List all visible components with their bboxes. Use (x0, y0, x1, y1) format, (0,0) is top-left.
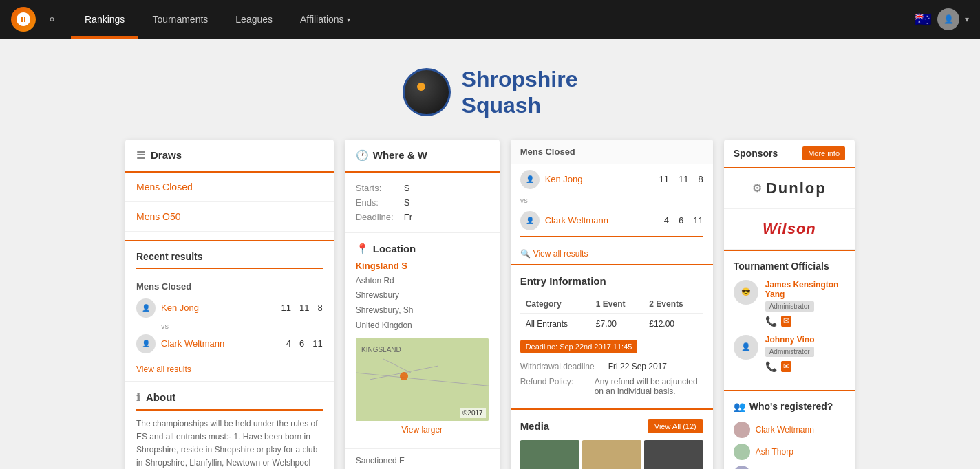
ends-row: Ends: S (356, 195, 489, 210)
squash-ball-icon (403, 68, 451, 116)
officials-section: Tournament Officials 😎 James Kensington … (724, 250, 855, 390)
navbar: ⚬ Rankings Tournaments Leagues Affiliati… (0, 0, 980, 39)
official2-actions: 📞 ✉ (765, 361, 815, 372)
location-title: 📍 Location (356, 243, 489, 255)
map-preview[interactable]: KINGSLAND ©2017 (356, 338, 489, 421)
match-player1-row: 👤 Ken Jong 11 11 8 (511, 164, 713, 195)
media-thumb-1[interactable] (520, 440, 579, 469)
location-venue-name[interactable]: Kingsland S (356, 261, 489, 271)
reg-avatar-2 (734, 444, 750, 460)
draw-item-mens-o50[interactable]: Mens O50 (125, 202, 334, 232)
about-section: ℹ About The championships will be held u… (125, 381, 334, 469)
reg-avatar-3 (734, 466, 750, 469)
media-section: Media View All (12) (511, 408, 713, 469)
view-larger-link[interactable]: View larger (356, 421, 489, 439)
dunlop-brand: Dunlop (766, 179, 827, 197)
main-content: Shropshire Squash ☰ Draws Mens Closed Me… (0, 39, 980, 469)
player1-avatar: 👤 (136, 298, 156, 318)
logo-icon[interactable] (11, 7, 36, 32)
group-icon: 👥 (734, 401, 745, 412)
wilson-brand: Wilson (763, 220, 816, 238)
location-address: Ashton Rd Shrewsbury Shrewsbury, Sh Unit… (356, 274, 489, 333)
match-player2-row: 👤 Clark Weltmann 4 6 11 (511, 206, 713, 236)
draw-item-mens-closed[interactable]: Mens Closed (125, 173, 334, 202)
official1-role: Administrator (765, 301, 814, 312)
view-all-results-btn[interactable]: 🔍 View all results (511, 243, 713, 264)
dunlop-logo: ⚙ Dunlop (724, 168, 855, 209)
sanctioned-section: Sanctioned E (345, 448, 500, 469)
card-middle: 🕐 Where & W Starts: S Ends: S Deadline: (345, 140, 500, 469)
col-2events: 2 Events (643, 295, 703, 314)
nav-item-leagues[interactable]: Leagues (222, 0, 286, 39)
about-text: The championships will be held under the… (136, 417, 323, 469)
clock-icon: 🕐 (356, 149, 369, 162)
starts-row: Starts: S (356, 181, 489, 195)
site-logo: Shropshire Squash (14, 52, 966, 140)
withdrawal-row: Withdrawal deadline Fri 22 Sep 2017 (520, 359, 703, 374)
card-sponsors: Sponsors More info ⚙ Dunlop Wilson Tourn… (724, 140, 855, 469)
match-player2-name[interactable]: Clark Weltmann (545, 215, 659, 226)
info-icon: ℹ (136, 391, 140, 404)
phone-icon[interactable]: 📞 (765, 316, 777, 327)
user-avatar[interactable]: 👤 (937, 8, 959, 30)
result-category: Mens Closed (136, 276, 323, 294)
content-wrapper: ☰ Draws Mens Closed Mens O50 Recent resu… (125, 140, 855, 469)
map-credit: ©2017 (460, 408, 486, 418)
registered-item-3: Ken Jong (734, 463, 845, 469)
official2-avatar: 👤 (734, 335, 758, 360)
email-icon-2[interactable]: ✉ (781, 361, 791, 372)
match-player1-name[interactable]: Ken Jong (545, 174, 654, 184)
entry-section: Entry Information Category 1 Event 2 Eve… (511, 264, 713, 408)
officials-title: Tournament Officials (734, 261, 845, 272)
card-left: ☰ Draws Mens Closed Mens O50 Recent resu… (125, 140, 334, 469)
official2-name[interactable]: Johnny Vino (765, 335, 815, 345)
sponsors-title: Sponsors (734, 148, 778, 159)
nav-item-rankings[interactable]: Rankings (71, 0, 138, 39)
col-category: Category (520, 295, 590, 314)
search-icon-small: 🔍 (520, 249, 531, 259)
info-table: Starts: S Ends: S Deadline: Fr (345, 173, 500, 232)
card-right: Mens Closed 👤 Ken Jong 11 11 8 vs 👤 Clar… (511, 140, 713, 469)
view-all-results-link[interactable]: View all results (136, 358, 323, 381)
svg-point-5 (400, 372, 408, 380)
nav-item-tournaments[interactable]: Tournaments (138, 0, 222, 39)
svg-text:KINGSLAND: KINGSLAND (361, 346, 401, 353)
player1-scores: 11 11 8 (281, 303, 323, 313)
cards-row: ☰ Draws Mens Closed Mens O50 Recent resu… (125, 140, 855, 469)
official2-role: Administrator (765, 347, 814, 357)
recent-results-title: Recent results (136, 251, 323, 269)
official-row-1: 😎 James Kensington Yang Administrator 📞 … (734, 280, 845, 327)
official1-name[interactable]: James Kensington Yang (765, 280, 845, 299)
player2-scores: 4 6 11 (286, 338, 323, 349)
match-player2-scores: 4 6 11 (664, 215, 703, 226)
nav-item-affiliations[interactable]: Affiliations ▾ (286, 0, 364, 39)
phone-icon-2[interactable]: 📞 (765, 361, 777, 372)
media-title: Media (520, 420, 550, 432)
location-section: 📍 Location Kingsland S Ashton Rd Shrewsb… (345, 232, 500, 448)
match-category: Mens Closed (511, 140, 713, 164)
reg-name-2[interactable]: Ash Thorp (756, 447, 793, 457)
reg-name-1[interactable]: Clark Weltmann (756, 425, 814, 435)
nav-items: Rankings Tournaments Leagues Affiliation… (71, 0, 364, 39)
user-dropdown-icon[interactable]: ▾ (965, 14, 969, 24)
entry-title: Entry Information (520, 275, 703, 287)
official-row-2: 👤 Johnny Vino Administrator 📞 ✉ (734, 335, 845, 372)
official1-avatar: 😎 (734, 280, 758, 305)
registered-title: 👥 Who's registered? (734, 401, 845, 412)
deadline-badge: Deadline: Sep 22nd 2017 11:45 (520, 340, 638, 353)
media-thumb-3[interactable] (644, 440, 703, 469)
location-pin-icon: 📍 (356, 243, 369, 255)
view-all-media-button[interactable]: View All (12) (648, 419, 703, 433)
media-grid (520, 440, 703, 469)
search-icon[interactable]: ⚬ (47, 12, 57, 27)
registered-section: 👥 Who's registered? Clark Weltmann Ash T… (724, 390, 855, 469)
official2-info: Johnny Vino Administrator 📞 ✉ (765, 335, 815, 372)
site-title: Shropshire Squash (462, 66, 578, 119)
flag-icon: 🇦🇺 (915, 11, 932, 28)
deadline-row: Deadline: Fr (356, 210, 489, 224)
more-info-button[interactable]: More info (802, 146, 845, 160)
email-icon[interactable]: ✉ (781, 316, 791, 327)
recent-results-section: Recent results Mens Closed 👤 Ken Jong 11… (125, 241, 334, 381)
about-title: ℹ About (136, 391, 323, 411)
media-thumb-2[interactable] (582, 440, 641, 469)
